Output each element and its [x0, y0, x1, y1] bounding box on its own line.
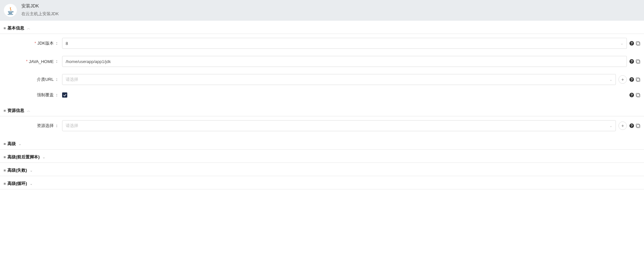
chevron-down-icon: ⌄	[42, 155, 45, 159]
add-media-url-button[interactable]: +	[618, 75, 627, 84]
drag-handle-icon	[4, 110, 5, 111]
section-advanced-scripts-title: 高级(前后置脚本)	[7, 154, 40, 160]
drag-handle-icon	[4, 170, 5, 171]
copy-icon[interactable]	[636, 59, 640, 64]
help-icon[interactable]: ?	[629, 93, 634, 97]
help-icon[interactable]: ?	[629, 41, 634, 46]
label-force-overwrite: 强制覆盖	[37, 92, 54, 98]
section-advanced-loop-title: 高级(循环)	[7, 181, 27, 186]
section-resource-title: 资源信息	[7, 108, 24, 113]
required-star: *	[35, 41, 36, 46]
section-basic-header[interactable]: 基本信息 ︿	[0, 21, 644, 34]
help-icon[interactable]: ?	[629, 77, 634, 82]
media-url-select[interactable]: 请选择 ⌄	[62, 74, 616, 85]
section-advanced-scripts-header[interactable]: 高级(前后置脚本) ⌄	[0, 150, 644, 163]
chevron-down-icon: ⌄	[609, 78, 612, 82]
page-header: 安装JDK 在云主机上安装JDK	[0, 0, 644, 21]
chevron-down-icon: ⌄	[18, 142, 21, 146]
section-advanced-fail-header[interactable]: 高级(失败) ⌄	[0, 163, 644, 176]
force-overwrite-checkbox[interactable]	[62, 92, 67, 98]
section-advanced-loop-header[interactable]: 高级(循环) ⌄	[0, 176, 644, 189]
section-resource-body: 资源选择 ： 请选择 ⌄ + ?	[0, 116, 644, 136]
svg-point-0	[8, 11, 13, 12]
jdk-version-select[interactable]: 8 ⌄	[62, 38, 627, 49]
label-resource-select: 资源选择	[37, 123, 54, 129]
chevron-down-icon: ⌄	[30, 182, 33, 186]
drag-handle-icon	[4, 183, 5, 185]
copy-icon[interactable]	[636, 78, 640, 82]
copy-icon[interactable]	[636, 41, 640, 46]
copy-icon[interactable]	[636, 124, 640, 128]
help-icon[interactable]: ?	[629, 123, 634, 128]
label-jdk-version: JDK版本	[37, 40, 54, 46]
chevron-down-icon: ⌄	[620, 41, 623, 46]
page-subtitle: 在云主机上安装JDK	[21, 11, 59, 17]
drag-handle-icon	[4, 143, 5, 145]
check-icon	[63, 93, 67, 97]
section-advanced-fail-title: 高级(失败)	[7, 167, 27, 173]
chevron-down-icon: ⌄	[609, 124, 612, 128]
add-resource-button[interactable]: +	[618, 122, 627, 130]
chevron-up-icon: ︿	[27, 108, 30, 113]
drag-handle-icon	[4, 27, 5, 29]
page-title: 安装JDK	[21, 3, 59, 9]
chevron-up-icon: ︿	[27, 26, 30, 31]
label-java-home: JAVA_HOME	[29, 59, 54, 64]
section-basic-body: * JDK版本 ： 8 ⌄ ? * JAVA_HOME ：	[0, 34, 644, 103]
section-advanced-header[interactable]: 高级 ⌄	[0, 136, 644, 150]
jdk-version-value: 8	[66, 41, 618, 46]
copy-icon[interactable]	[636, 93, 640, 97]
section-advanced-title: 高级	[7, 141, 16, 147]
java-home-input[interactable]	[62, 56, 627, 67]
resource-select-placeholder: 请选择	[66, 123, 607, 129]
media-url-placeholder: 请选择	[66, 77, 607, 82]
resource-select[interactable]: 请选择 ⌄	[62, 120, 616, 131]
help-icon[interactable]: ?	[629, 59, 634, 64]
svg-point-1	[9, 12, 12, 13]
java-home-field[interactable]	[66, 59, 623, 64]
required-star: *	[26, 59, 28, 64]
svg-point-3	[8, 14, 13, 15]
section-resource-header[interactable]: 资源信息 ︿	[0, 103, 644, 116]
label-media-url: 介质URL	[37, 77, 54, 82]
drag-handle-icon	[4, 156, 5, 158]
section-basic-title: 基本信息	[7, 25, 24, 31]
java-icon	[4, 4, 17, 17]
chevron-down-icon: ⌄	[30, 168, 33, 173]
